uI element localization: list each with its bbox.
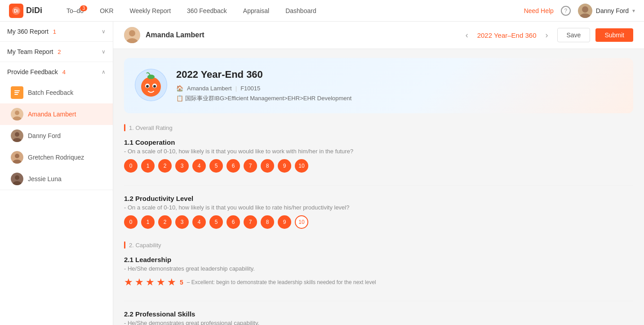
sidebar-item-jessie-luna[interactable]: Jessie Luna (0, 168, 113, 190)
my-360-report-header[interactable]: My 360 Report 1 ∨ (0, 22, 113, 41)
content-header-left: Amanda Lambert (124, 27, 204, 43)
report-card: 2022 Year-End 360 🏠 Amanda Lambert | F10… (124, 58, 633, 113)
svg-point-9 (15, 111, 19, 115)
prod-circle-1[interactable]: 1 (141, 215, 155, 229)
nav-item-dashboard[interactable]: Dashboard (279, 4, 323, 17)
nav-item-360-feedback[interactable]: 360 Feedback (181, 4, 233, 17)
sidebar-item-danny-ford[interactable]: Danny Ford (0, 125, 113, 147)
svg-point-24 (141, 77, 161, 97)
report-card-info: 2022 Year-End 360 🏠 Amanda Lambert | F10… (176, 69, 622, 102)
star-3[interactable]: ★ (146, 276, 155, 288)
circle-1[interactable]: 1 (141, 159, 155, 173)
nav-item-appraisal[interactable]: Appraisal (237, 4, 275, 17)
main-content: Amanda Lambert ‹ 2022 Year–End 360 › Sav… (113, 22, 644, 325)
gretchen-rodriquez-avatar (11, 151, 23, 164)
prod-circle-3[interactable]: 3 (175, 215, 189, 229)
prod-circle-9[interactable]: 9 (278, 215, 291, 229)
circle-2[interactable]: 2 (158, 159, 172, 173)
report-card-employee-id: F10015 (240, 85, 260, 92)
svg-rect-7 (14, 94, 18, 95)
next-arrow-button[interactable]: › (542, 29, 552, 42)
cooperation-title: 1.1 Cooperation (124, 138, 633, 146)
report-content: 2022 Year-End 360 🏠 Amanda Lambert | F10… (113, 49, 644, 325)
circle-3[interactable]: 3 (175, 159, 189, 173)
logo-icon: Di (9, 4, 23, 18)
nav-item-okr[interactable]: OKR (93, 4, 120, 17)
nav-item-weekly-report[interactable]: Weekly Report (124, 4, 178, 17)
need-help-link[interactable]: Need Help (524, 7, 554, 14)
svg-point-27 (146, 85, 149, 88)
user-name: Danny Ford (596, 7, 629, 14)
report-card-title: 2022 Year-End 360 (176, 69, 622, 80)
gretchen-rodriquez-label: Gretchen Rodriquez (28, 154, 84, 161)
circle-10[interactable]: 10 (295, 159, 308, 173)
svg-text:Di: Di (14, 9, 18, 13)
logo[interactable]: Di DiDi (9, 4, 42, 18)
circle-6[interactable]: 6 (227, 159, 240, 173)
circle-4[interactable]: 4 (192, 159, 206, 173)
danny-ford-label: Danny Ford (28, 132, 61, 139)
report-card-meta: 🏠 Amanda Lambert | F10015 (176, 85, 622, 92)
content-header-name: Amanda Lambert (146, 31, 204, 39)
circle-9[interactable]: 9 (278, 159, 291, 173)
sidebar-item-amanda-lambert[interactable]: Amanda Lambert (0, 103, 113, 125)
sidebar-item-gretchen-rodriquez[interactable]: Gretchen Rodriquez (0, 147, 113, 168)
leadership-desc: - He/She demonstrates great leadership c… (124, 265, 633, 272)
content-header-avatar (124, 27, 140, 43)
circle-0[interactable]: 0 (124, 159, 138, 173)
svg-point-29 (147, 75, 155, 79)
star-1[interactable]: ★ (124, 276, 133, 288)
question-productivity: 1.2 Productivity Level - On a scale of 0… (124, 195, 633, 229)
sidebar-item-batch-feedback[interactable]: Batch Feedback (0, 82, 113, 103)
star-4[interactable]: ★ (156, 276, 165, 288)
circle-5[interactable]: 5 (209, 159, 223, 173)
nav-items: To–do 3 OKR Weekly Report 360 Feedback A… (60, 4, 524, 17)
question-leadership: 2.1 Leadership - He/She demonstrates gre… (124, 256, 633, 288)
prev-arrow-button[interactable]: ‹ (462, 29, 472, 42)
provide-feedback-count: 4 (62, 69, 66, 76)
circle-8[interactable]: 8 (261, 159, 274, 173)
provide-feedback-header[interactable]: Provide Feedback 4 ∧ (0, 62, 113, 82)
batch-feedback-icon (11, 86, 23, 99)
user-dropdown-icon[interactable]: ▾ (632, 8, 635, 14)
prod-circle-4[interactable]: 4 (192, 215, 206, 229)
layout: My 360 Report 1 ∨ My Team Report 2 ∨ Pro… (0, 22, 644, 325)
amanda-lambert-label: Amanda Lambert (28, 111, 76, 118)
sidebar-section-my-360-report: My 360 Report 1 ∨ (0, 22, 113, 42)
provide-feedback-label: Provide Feedback (7, 68, 58, 76)
my-team-report-label: My Team Report (7, 48, 53, 55)
my-360-report-label: My 360 Report (7, 28, 49, 35)
nav-item-todo[interactable]: To–do 3 (60, 4, 90, 17)
star-2[interactable]: ★ (135, 276, 144, 288)
my-team-report-header[interactable]: My Team Report 2 ∨ (0, 42, 113, 62)
prod-circle-10[interactable]: 10 (295, 215, 308, 229)
nav-right: Need Help ? Danny Ford ▾ (524, 4, 635, 18)
prod-circle-7[interactable]: 7 (244, 215, 257, 229)
my-360-report-chevron: ∨ (102, 28, 106, 35)
sidebar-section-provide-feedback: Provide Feedback 4 ∧ Batch Feedback Aman… (0, 62, 113, 190)
save-button[interactable]: Save (557, 28, 591, 42)
divider-1 (124, 185, 633, 186)
prod-circle-2[interactable]: 2 (158, 215, 172, 229)
prod-circle-6[interactable]: 6 (227, 215, 240, 229)
help-icon[interactable]: ? (561, 6, 571, 16)
svg-point-3 (582, 6, 588, 13)
submit-button[interactable]: Submit (595, 28, 633, 42)
productivity-circles: 0 1 2 3 4 5 6 7 8 9 10 (124, 215, 633, 229)
meta-divider: | (235, 85, 237, 92)
user-info[interactable]: Danny Ford ▾ (578, 4, 635, 18)
my-team-report-chevron: ∨ (102, 49, 106, 55)
star-5[interactable]: ★ (167, 276, 176, 288)
user-avatar (578, 4, 592, 18)
prod-circle-0[interactable]: 0 (124, 215, 138, 229)
prod-circle-8[interactable]: 8 (261, 215, 274, 229)
productivity-desc: - On a scale of 0-10, how likely is it t… (124, 204, 633, 211)
svg-point-21 (129, 30, 135, 36)
report-card-icon (135, 69, 167, 101)
top-navigation: Di DiDi To–do 3 OKR Weekly Report 360 Fe… (0, 0, 644, 22)
sidebar: My 360 Report 1 ∨ My Team Report 2 ∨ Pro… (0, 22, 113, 325)
jessie-luna-avatar (11, 173, 23, 185)
svg-point-28 (153, 85, 156, 88)
prod-circle-5[interactable]: 5 (209, 215, 223, 229)
circle-7[interactable]: 7 (244, 159, 257, 173)
